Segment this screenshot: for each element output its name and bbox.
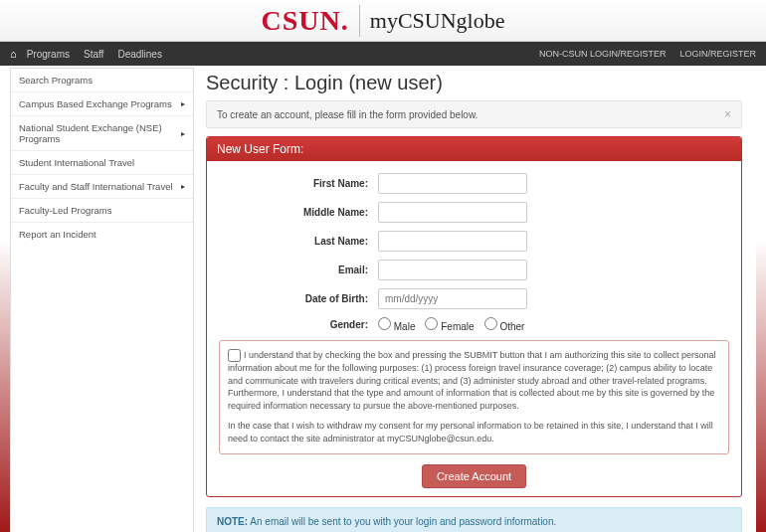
main-content: Security : Login (new user) To create an… — [194, 66, 756, 532]
consent-text-1: I understand that by checking the box an… — [228, 350, 716, 411]
chevron-right-icon: ▸ — [181, 129, 185, 138]
site-header: CSUN. myCSUNglobe — [0, 0, 766, 42]
consent-box: I understand that by checking the box an… — [219, 340, 729, 454]
top-nav: ⌂ Programs Staff Deadlines NON-CSUN LOGI… — [0, 42, 766, 66]
logo-mycsunglobe: myCSUNglobe — [370, 8, 505, 34]
logo-divider — [359, 5, 360, 37]
sidebar-item-search-programs[interactable]: Search Programs — [11, 69, 193, 92]
nav-noncsun-login[interactable]: NON-CSUN LOGIN/REGISTER — [539, 49, 667, 59]
sidebar-item-student-travel[interactable]: Student International Travel — [11, 151, 193, 175]
sidebar-item-nse-programs[interactable]: National Student Exchange (NSE) Programs… — [11, 116, 193, 151]
close-icon[interactable]: × — [724, 107, 731, 121]
first-name-input[interactable] — [378, 173, 527, 194]
info-alert: To create an account, please fill in the… — [206, 100, 742, 128]
sidebar-item-faculty-led[interactable]: Faculty-Led Programs — [11, 199, 193, 223]
nav-deadlines[interactable]: Deadlines — [117, 49, 161, 60]
note-text: An email will be sent to you with your l… — [248, 516, 556, 527]
create-account-button[interactable]: Create Account — [422, 464, 526, 488]
gender-label: Gender: — [219, 319, 378, 330]
note-label: NOTE: — [217, 516, 248, 527]
gender-female-label: Female — [441, 321, 474, 332]
last-name-input[interactable] — [378, 231, 527, 252]
gender-other-label: Other — [499, 321, 524, 332]
note-box: NOTE: An email will be sent to you with … — [206, 507, 742, 532]
left-sidebar: Search Programs Campus Based Exchange Pr… — [10, 68, 194, 532]
gender-female-radio[interactable] — [425, 317, 438, 330]
gender-male-label: Male — [394, 321, 416, 332]
first-name-label: First Name: — [219, 178, 378, 189]
panel-title: New User Form: — [207, 137, 741, 161]
last-name-label: Last Name: — [219, 236, 378, 247]
sidebar-item-report-incident[interactable]: Report an Incident — [11, 223, 193, 246]
middle-name-label: Middle Name: — [219, 207, 378, 218]
alert-text: To create an account, please fill in the… — [217, 109, 478, 120]
home-icon[interactable]: ⌂ — [10, 48, 17, 60]
nav-programs[interactable]: Programs — [27, 49, 70, 60]
chevron-right-icon: ▸ — [181, 99, 185, 108]
email-label: Email: — [219, 265, 378, 275]
dob-label: Date of Birth: — [219, 293, 378, 304]
sidebar-item-campus-exchange[interactable]: Campus Based Exchange Programs▸ — [11, 92, 193, 116]
nav-login-register[interactable]: LOGIN/REGISTER — [679, 49, 756, 59]
nav-staff[interactable]: Staff — [84, 49, 103, 60]
gender-other-radio[interactable] — [484, 317, 497, 330]
email-input[interactable] — [378, 260, 527, 280]
sidebar-item-faculty-staff-travel[interactable]: Faculty and Staff International Travel▸ — [11, 175, 193, 199]
consent-text-2: In the case that I wish to withdraw my c… — [228, 420, 720, 444]
middle-name-input[interactable] — [378, 202, 527, 223]
chevron-right-icon: ▸ — [181, 182, 185, 191]
gender-male-radio[interactable] — [378, 317, 391, 330]
new-user-panel: New User Form: First Name: Middle Name: … — [206, 136, 742, 497]
page-title: Security : Login (new user) — [206, 72, 742, 94]
consent-checkbox[interactable] — [228, 349, 241, 362]
dob-input[interactable] — [378, 288, 527, 309]
logo-csun: CSUN. — [262, 5, 349, 37]
